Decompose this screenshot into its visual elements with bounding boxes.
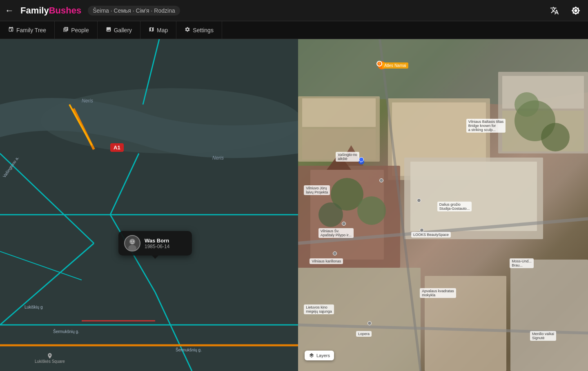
vector-map[interactable]: Neris Neris: [0, 39, 298, 371]
back-button[interactable]: ←: [5, 5, 14, 16]
sat-pin-small-2: [342, 222, 346, 226]
nav-family-tree-label: Family Tree: [16, 27, 46, 33]
nav-map[interactable]: Map: [140, 21, 176, 39]
nav-bar: Family Tree People Gallery Map Settings: [0, 21, 588, 39]
svg-point-46: [357, 196, 386, 225]
sat-label-kinoclub: Lietuvos kinomėgėjų sąjunga: [304, 304, 334, 314]
sat-label-menilio: Menilio vaikaiSignutė: [530, 331, 556, 341]
sat-label-looks: LOOKS BeautySpace: [411, 232, 451, 238]
layers-button[interactable]: Layers: [305, 351, 334, 360]
map-icon: [149, 27, 154, 33]
svg-text:Neris: Neris: [82, 98, 93, 104]
satellite-map[interactable]: H P Atles Namai Vilniaus Baltasis tiltas…: [298, 39, 588, 371]
sat-label-karillo: Vilniaus karillonas: [310, 258, 343, 264]
svg-text:Lukiškių g: Lukiškių g: [24, 305, 42, 309]
nav-map-label: Map: [157, 27, 168, 33]
subtitle-text: Šeima · Семья · Сім'я · Rodzina: [88, 6, 180, 16]
svg-point-49: [541, 123, 570, 151]
svg-point-50: [514, 92, 539, 117]
brand-logo: FamilyBushes: [20, 5, 81, 16]
sat-label-lopera: Lopera: [356, 331, 372, 337]
person-avatar-svg: [125, 236, 140, 251]
popup-avatar: [124, 235, 140, 251]
sat-label-apostalu: Vilniaus Šv.Apaštaly Pilypo ir...: [318, 228, 354, 238]
nav-people-label: People: [71, 27, 89, 33]
svg-line-4: [110, 153, 139, 215]
svg-line-15: [0, 251, 82, 280]
svg-text:Šermukšnių g.: Šermukšnių g.: [176, 347, 202, 352]
brand-family: Family: [20, 5, 49, 16]
svg-rect-26: [302, 98, 376, 127]
top-bar: ← FamilyBushes Šeima · Семья · Сім'я · R…: [0, 0, 588, 21]
popup-card[interactable]: Was Born 1985-06-14: [118, 231, 192, 255]
svg-rect-38: [410, 162, 537, 231]
svg-point-47: [318, 202, 343, 227]
popup-date: 1985-06-14: [145, 244, 169, 249]
popup-title: Was Born: [145, 238, 169, 244]
sat-label-jurulaivo: Vilniuvo Jūrųlaivų Projekta: [304, 185, 330, 195]
sat-label-vasington: Vašingto-noaikštė: [336, 152, 359, 162]
nav-gallery[interactable]: Gallery: [98, 21, 140, 39]
sat-label-moss: Moss-Und...Brau...: [510, 258, 534, 268]
sat-label-apvalaus: Apvalaus kvadratasmokykla: [420, 288, 456, 298]
layers-icon: [309, 353, 314, 358]
translate-icon[interactable]: [547, 3, 562, 18]
sat-label-dalius: Dalius grožioStudija-Gostauto...: [437, 202, 472, 211]
svg-text:Vašingtono a.: Vašingtono a.: [2, 156, 20, 178]
brightness-icon[interactable]: [568, 3, 583, 18]
brand-bushes: Bushes: [49, 5, 81, 16]
svg-rect-41: [510, 260, 588, 371]
nav-gallery-label: Gallery: [114, 27, 132, 33]
lukiskes-label: Lukiškės Square: [35, 353, 65, 364]
svg-line-6: [155, 292, 192, 371]
settings-icon: [185, 27, 190, 33]
nav-settings-label: Settings: [193, 27, 214, 33]
family-tree-icon: [8, 27, 14, 33]
people-icon: [63, 27, 69, 33]
svg-point-24: [133, 241, 134, 242]
roads-layer: Neris Neris: [0, 39, 298, 371]
sat-label-tiltas: Vilniaus Baltasis tiltasBridge known for…: [466, 119, 506, 133]
svg-text:Šermukšnių g.: Šermukšnių g.: [53, 329, 79, 334]
layers-label: Layers: [316, 353, 330, 358]
location-icon: [47, 353, 53, 359]
svg-line-9: [0, 153, 94, 243]
gallery-icon: [106, 27, 111, 33]
map-container[interactable]: Neris Neris: [0, 39, 588, 371]
svg-point-23: [131, 241, 132, 242]
nav-people[interactable]: People: [55, 21, 98, 39]
road-badge-a1: A1: [110, 143, 124, 152]
sat-label-atles: Atles Namai: [382, 62, 408, 69]
sat-pin-1: !: [376, 61, 382, 67]
nav-settings[interactable]: Settings: [176, 21, 222, 39]
sat-pin-blue: [359, 157, 364, 162]
svg-text:Neris: Neris: [212, 155, 224, 161]
popup-info: Was Born 1985-06-14: [145, 238, 169, 249]
nav-family-tree[interactable]: Family Tree: [0, 21, 55, 39]
svg-line-10: [0, 243, 94, 325]
